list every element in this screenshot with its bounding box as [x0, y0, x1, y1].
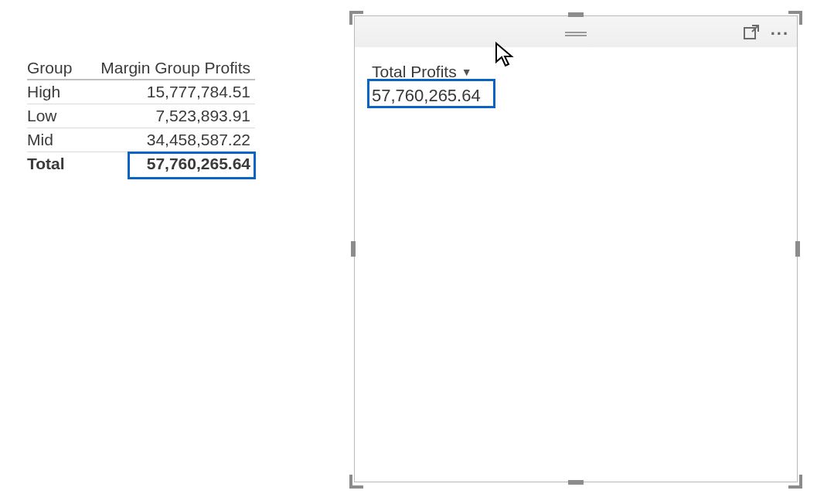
- drag-grip-icon[interactable]: [565, 31, 587, 37]
- table-header-row: Group Margin Group Profits: [27, 59, 255, 80]
- cell-group: High: [27, 83, 97, 101]
- resize-handle-w[interactable]: [351, 241, 356, 257]
- cell-value: 34,458,587.22: [97, 131, 255, 149]
- cell-value: 15,777,784.51: [97, 83, 255, 101]
- more-options-icon[interactable]: ···: [771, 24, 789, 44]
- focus-mode-icon[interactable]: [743, 24, 760, 44]
- column-header-profits[interactable]: Margin Group Profits: [97, 59, 255, 77]
- sort-chevron-icon[interactable]: ▼: [461, 66, 472, 78]
- resize-handle-se[interactable]: [788, 475, 802, 489]
- card-visual-container[interactable]: ··· Total Profits ▼ 57,760,265.64: [354, 15, 798, 482]
- margin-group-table[interactable]: Group Margin Group Profits High 15,777,7…: [27, 59, 255, 173]
- table-row[interactable]: High 15,777,784.51: [27, 80, 255, 104]
- card-field-header[interactable]: Total Profits ▼: [372, 63, 472, 81]
- table-total-row[interactable]: Total 57,760,265.64: [27, 152, 255, 173]
- visual-header[interactable]: ···: [355, 16, 797, 47]
- resize-handle-nw[interactable]: [349, 11, 363, 25]
- total-label: Total: [27, 155, 97, 173]
- card-body: Total Profits ▼ 57,760,265.64: [355, 47, 797, 121]
- table-row[interactable]: Mid 34,458,587.22: [27, 128, 255, 152]
- card-field-label: Total Profits: [372, 63, 457, 81]
- cell-group: Mid: [27, 131, 97, 149]
- column-header-group[interactable]: Group: [27, 59, 97, 77]
- resize-handle-sw[interactable]: [349, 475, 363, 489]
- cell-value: 7,523,893.91: [97, 107, 255, 125]
- card-value: 57,760,265.64: [372, 86, 780, 106]
- resize-handle-ne[interactable]: [788, 11, 802, 25]
- resize-handle-e[interactable]: [795, 241, 800, 257]
- resize-handle-s[interactable]: [568, 480, 584, 485]
- table-row[interactable]: Low 7,523,893.91: [27, 104, 255, 128]
- cell-group: Low: [27, 107, 97, 125]
- resize-handle-n[interactable]: [568, 12, 584, 17]
- total-value: 57,760,265.64: [97, 155, 255, 173]
